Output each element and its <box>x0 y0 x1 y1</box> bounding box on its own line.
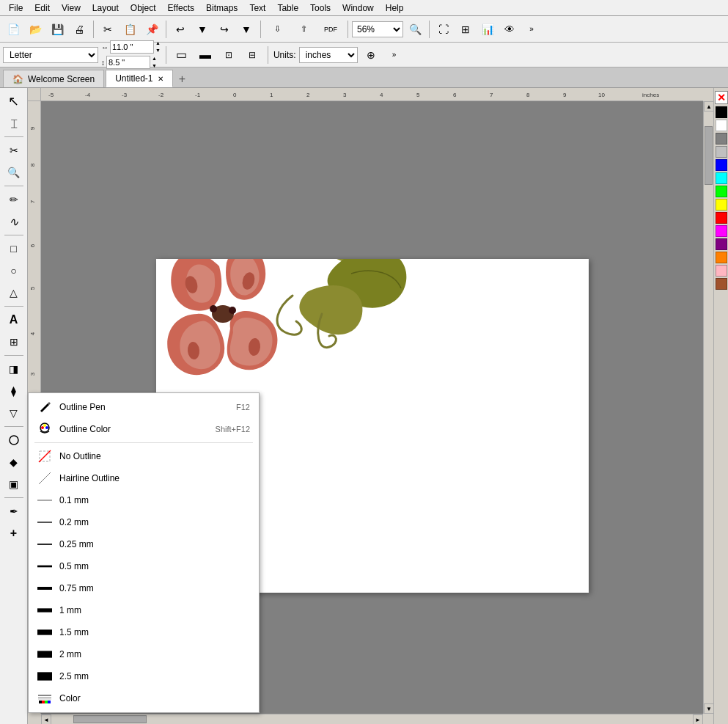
tab-close-button[interactable]: ✕ <box>158 75 163 83</box>
line-025mm[interactable]: 0.25 mm <box>29 533 259 555</box>
menu-window[interactable]: Window <box>337 1 380 15</box>
scroll-thumb-vertical[interactable] <box>705 126 713 185</box>
menu-object[interactable]: Object <box>125 1 162 15</box>
line-1mm[interactable]: 1 mm <box>29 599 259 621</box>
table-tool[interactable]: ⊞ <box>4 332 24 352</box>
page-layout-1[interactable]: ⊡ <box>218 45 239 65</box>
menu-text[interactable]: Text <box>243 1 271 15</box>
export-button[interactable]: ⇧ <box>291 19 316 40</box>
eyedropper-tool[interactable]: ⧫ <box>4 381 24 401</box>
portrait-button[interactable]: ▭ <box>172 45 192 65</box>
smart-draw-tool[interactable]: ∿ <box>4 211 24 232</box>
color-item[interactable]: Color <box>29 687 259 709</box>
color-swatch-red[interactable] <box>716 212 727 224</box>
vertical-scrollbar[interactable]: ▲ ▼ <box>703 101 713 714</box>
stats-button[interactable]: 📊 <box>477 19 498 40</box>
undo-button[interactable]: ↩ <box>170 19 191 40</box>
line-15mm[interactable]: 1.5 mm <box>29 621 259 643</box>
redo-dropdown[interactable]: ▼ <box>236 19 257 40</box>
menu-file[interactable]: File <box>3 1 29 15</box>
add-connector-button[interactable]: + <box>4 523 24 544</box>
scroll-track-horizontal[interactable] <box>51 714 693 724</box>
width-spinner[interactable]: ▲▼ <box>155 40 161 54</box>
line-2mm[interactable]: 2 mm <box>29 643 259 665</box>
no-outline-item[interactable]: No Outline <box>29 445 259 467</box>
view-full-screen[interactable]: ⛶ <box>433 19 454 40</box>
copy-button[interactable]: 📋 <box>120 19 140 40</box>
scroll-down-button[interactable]: ▼ <box>704 703 713 714</box>
rectangle-tool[interactable]: □ <box>4 238 24 259</box>
pen-tool[interactable]: ✒ <box>4 501 24 522</box>
print-button[interactable]: 🖨 <box>69 19 89 40</box>
scroll-up-button[interactable]: ▲ <box>704 101 713 111</box>
toolbar-more[interactable]: » <box>521 19 542 40</box>
menu-effects[interactable]: Effects <box>162 1 200 15</box>
polygon-tool[interactable]: △ <box>4 282 24 303</box>
menu-table[interactable]: Table <box>271 1 304 15</box>
color-swatch-magenta[interactable] <box>716 225 727 237</box>
line-01mm[interactable]: 0.1 mm <box>29 489 259 511</box>
scroll-track-vertical[interactable] <box>704 111 713 703</box>
menu-edit[interactable]: Edit <box>29 1 56 15</box>
undo-dropdown[interactable]: ▼ <box>192 19 213 40</box>
color-swatch-yellow[interactable] <box>716 199 727 211</box>
tab-welcome-screen[interactable]: 🏠 Welcome Screen <box>3 70 104 87</box>
cut-button[interactable]: ✂ <box>98 19 118 40</box>
interactive-fill-tool[interactable]: ▣ <box>4 474 24 494</box>
height-input[interactable] <box>106 56 150 69</box>
save-button[interactable]: 💾 <box>47 19 67 40</box>
paste-button[interactable]: 📌 <box>141 19 162 40</box>
outline-pen-item[interactable]: Outline Pen F12 <box>29 396 259 418</box>
width-input[interactable] <box>110 40 154 54</box>
scroll-left-button[interactable]: ◄ <box>41 714 51 724</box>
height-spinner[interactable]: ▲▼ <box>152 55 157 70</box>
menu-bitmaps[interactable]: Bitmaps <box>200 1 243 15</box>
menu-tools[interactable]: Tools <box>304 1 337 15</box>
zoom-select[interactable]: 25% 50% 56% 75% 100% <box>352 21 403 37</box>
fill-tool[interactable]: ◆ <box>4 452 24 472</box>
color-swatch-purple[interactable] <box>716 238 727 250</box>
no-color-swatch[interactable]: ✕ <box>715 91 728 104</box>
new-tab-button[interactable]: + <box>174 71 191 87</box>
color-swatch-gray2[interactable] <box>716 146 727 158</box>
node-tool[interactable]: ⌶ <box>4 113 24 134</box>
landscape-button[interactable]: ▬ <box>195 45 216 65</box>
color-swatch-orange[interactable] <box>716 252 727 263</box>
select-tool[interactable]: ↖ <box>4 91 24 111</box>
freehand-tool[interactable]: ✏ <box>4 189 24 210</box>
outline-color-item[interactable]: Outline Color Shift+F12 <box>29 418 259 440</box>
color-swatch-pink[interactable] <box>716 265 727 277</box>
line-05mm[interactable]: 0.5 mm <box>29 555 259 577</box>
menu-view[interactable]: View <box>56 1 87 15</box>
hairline-outline-item[interactable]: Hairline Outline <box>29 467 259 489</box>
paint-tool[interactable]: ▽ <box>4 403 24 423</box>
tab-untitled1[interactable]: Untitled-1 ✕ <box>106 70 172 87</box>
scroll-thumb-horizontal[interactable] <box>73 715 147 723</box>
units-select[interactable]: inches mm cm pixels <box>299 47 358 63</box>
pattern-fill-tool[interactable]: ◨ <box>4 359 24 379</box>
zoom-level-button[interactable]: 🔍 <box>405 19 425 40</box>
color-swatch-brown[interactable] <box>716 278 727 290</box>
line-25mm[interactable]: 2.5 mm <box>29 665 259 687</box>
text-tool[interactable]: A <box>4 310 24 330</box>
color-swatch-gray1[interactable] <box>716 133 727 145</box>
color-swatch-green[interactable] <box>716 186 727 197</box>
horizontal-scrollbar[interactable]: ◄ ► <box>41 714 703 724</box>
import-button[interactable]: ⇩ <box>265 19 290 40</box>
line-075mm[interactable]: 0.75 mm <box>29 577 259 599</box>
line-02mm[interactable]: 0.2 mm <box>29 511 259 533</box>
toolbar2-more[interactable]: » <box>384 45 405 65</box>
crop-tool[interactable]: ✂ <box>4 140 24 161</box>
open-button[interactable]: 📂 <box>25 19 45 40</box>
add-page-button[interactable]: ⊕ <box>361 45 381 65</box>
page-layout-2[interactable]: ⊟ <box>242 45 262 65</box>
view-options[interactable]: 👁 <box>499 19 520 40</box>
color-swatch-white[interactable] <box>716 120 727 131</box>
properties-button[interactable]: ⊞ <box>455 19 476 40</box>
color-swatch-black[interactable] <box>716 106 727 118</box>
menu-help[interactable]: Help <box>380 1 410 15</box>
scroll-right-button[interactable]: ► <box>693 714 703 724</box>
color-swatch-cyan[interactable] <box>716 172 727 184</box>
new-button[interactable]: 📄 <box>3 19 23 40</box>
page-size-select[interactable]: Letter Legal A4 A3 Custom <box>3 47 98 63</box>
